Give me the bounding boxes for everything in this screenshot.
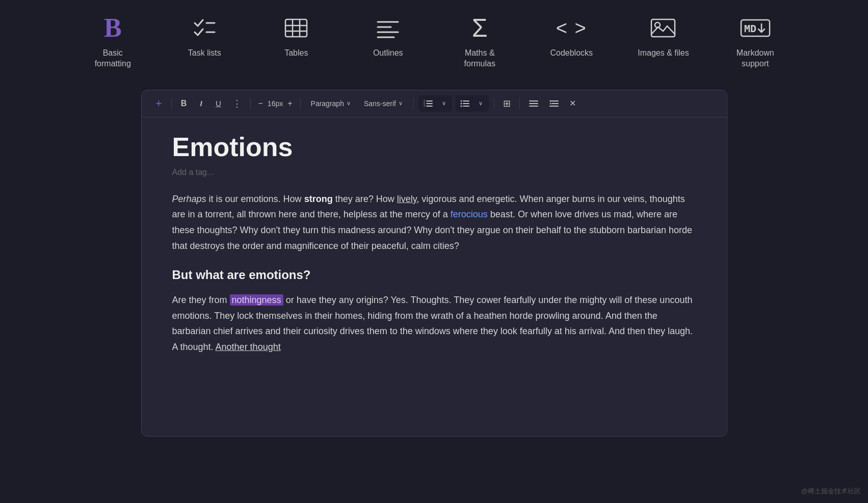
paragraph-1[interactable]: Perhaps it is our emotions. How strong t… (172, 191, 696, 254)
nav-basic-formatting[interactable]: B Basicformatting (87, 15, 138, 69)
watermark: @稀土掘金技术社区 (801, 487, 861, 496)
italic-text: Perhaps (172, 194, 206, 204)
font-size-increase[interactable]: + (285, 98, 295, 109)
font-size-display: 16px (268, 99, 283, 108)
svg-text:MD: MD (744, 22, 756, 35)
divider-3 (300, 98, 301, 109)
highlight-nothingness: nothingness (230, 294, 283, 306)
para2-text1: Are they from (172, 295, 230, 305)
svg-point-23 (460, 105, 462, 107)
svg-text:3: 3 (424, 104, 425, 107)
bold-button[interactable]: B (177, 96, 191, 111)
table-icon (284, 15, 308, 41)
unordered-list-dropdown[interactable]: ∨ (474, 96, 488, 111)
align-button[interactable] (525, 96, 542, 111)
nav-markdown[interactable]: MD Markdownsupport (730, 15, 781, 69)
svg-rect-11 (651, 19, 675, 37)
divider-1 (171, 98, 172, 109)
editor-content[interactable]: Emotions Add a tag... Perhaps it is our … (142, 117, 727, 385)
nav-codeblocks-label: Codeblocks (550, 48, 593, 59)
divider-2 (250, 98, 251, 109)
image-icon (650, 15, 676, 41)
bold-b-icon: B (104, 15, 122, 41)
top-navigation: B Basicformatting Task lists Tables (0, 0, 868, 80)
nav-maths-label: Maths &formulas (464, 48, 495, 69)
nav-task-lists-label: Task lists (188, 48, 221, 59)
nav-images-label: Images & files (638, 48, 689, 59)
italic-button[interactable]: I (194, 96, 208, 111)
tag-placeholder[interactable]: Add a tag... (172, 168, 696, 177)
add-button[interactable]: + (152, 96, 166, 111)
clear-format-button[interactable]: ✕ (566, 96, 580, 111)
paragraph-arrow: ∨ (347, 100, 351, 107)
task-list-icon (192, 15, 217, 41)
list-buttons-group: 1 2 3 ∨ (418, 95, 452, 112)
paragraph-label: Paragraph (311, 99, 344, 108)
nav-tables[interactable]: Tables (271, 15, 322, 59)
underline-button[interactable]: U (212, 96, 226, 111)
editor-container: + B I U ⋮ − 16px + Paragraph ∨ Sans-seri… (141, 90, 727, 437)
underline-lively: lively (397, 194, 417, 204)
nav-tables-label: Tables (284, 48, 308, 59)
font-size-decrease[interactable]: − (256, 98, 266, 109)
paragraph-dropdown[interactable]: Paragraph ∨ (306, 97, 356, 110)
link-button[interactable]: ⊞ (499, 96, 514, 111)
markdown-icon: MD (740, 15, 771, 41)
strong-text: strong (304, 194, 333, 204)
font-family-label: Sans-serif (364, 99, 396, 108)
editor-toolbar: + B I U ⋮ − 16px + Paragraph ∨ Sans-seri… (142, 90, 727, 117)
divider-5 (494, 98, 494, 109)
para1-text1: it is our emotions. How (206, 194, 304, 204)
font-family-arrow: ∨ (399, 100, 403, 107)
document-title[interactable]: Emotions (172, 133, 696, 162)
sigma-icon: Σ (472, 15, 488, 41)
nav-outlines[interactable]: Outlines (362, 15, 413, 59)
svg-rect-2 (285, 19, 307, 37)
nav-task-lists[interactable]: Task lists (179, 15, 230, 59)
para1-text2: they are? How (333, 194, 397, 204)
font-size-control: − 16px + (256, 98, 295, 109)
more-button[interactable]: ⋮ (229, 96, 245, 111)
nav-images[interactable]: Images & files (638, 15, 689, 59)
paragraph-2[interactable]: Are they from nothingness or have they a… (172, 292, 696, 355)
another-thought-link: Another thought (216, 342, 281, 352)
ordered-list-button[interactable]: 1 2 3 (419, 96, 437, 111)
svg-point-22 (460, 103, 462, 104)
code-icon: < > (556, 15, 587, 41)
nav-maths[interactable]: Σ Maths &formulas (454, 15, 505, 69)
svg-point-21 (460, 100, 462, 102)
unordered-list-group: ∨ (455, 95, 489, 112)
heading-emotions: But what are emotions? (172, 268, 696, 282)
nav-outlines-label: Outlines (373, 48, 403, 59)
unordered-list-button[interactable] (456, 96, 474, 111)
outlines-icon (376, 15, 400, 41)
nav-codeblocks[interactable]: < > Codeblocks (546, 15, 597, 59)
ordered-list-dropdown[interactable]: ∨ (437, 96, 451, 111)
ferocious-link[interactable]: ferocious (451, 209, 488, 219)
divider-6 (519, 98, 520, 109)
divider-4 (413, 98, 413, 109)
nav-markdown-label: Markdownsupport (737, 48, 774, 69)
nav-basic-formatting-label: Basicformatting (95, 48, 131, 69)
indent-button[interactable] (545, 96, 563, 111)
font-family-dropdown[interactable]: Sans-serif ∨ (359, 97, 408, 110)
